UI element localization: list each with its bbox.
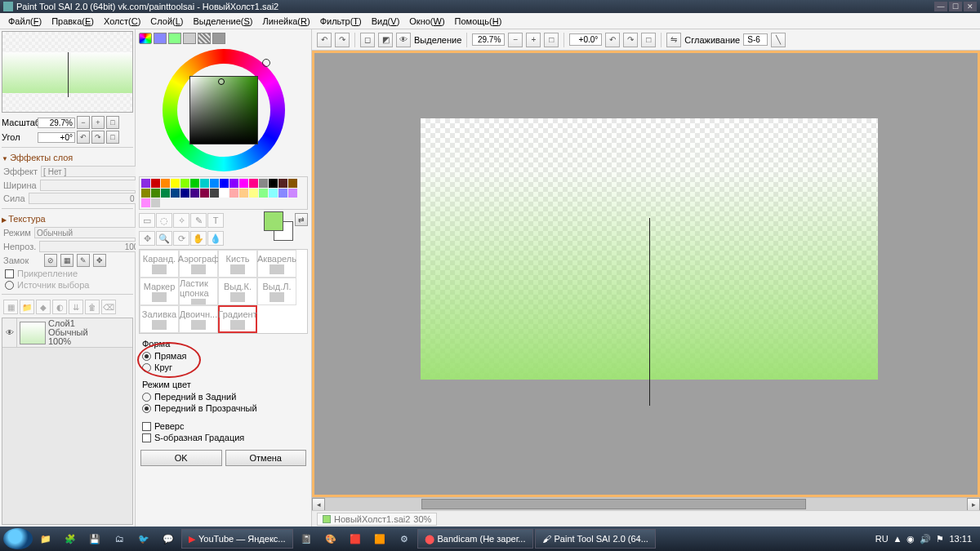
swatch[interactable] <box>269 189 278 198</box>
swatch[interactable] <box>249 179 258 188</box>
tb-zoom-fit-icon[interactable]: □ <box>544 33 559 47</box>
pin-icon-8[interactable]: 🟥 <box>344 529 367 549</box>
mask-icon[interactable]: ◐ <box>52 300 67 314</box>
rotate-tool-icon[interactable]: ⟳ <box>173 231 189 246</box>
lasso-icon[interactable]: ◌ <box>156 213 172 228</box>
swatch[interactable] <box>141 189 150 198</box>
swatch[interactable] <box>151 189 160 198</box>
swatch[interactable] <box>220 179 229 188</box>
lang-indicator[interactable]: RU <box>875 534 889 544</box>
rotate-cw-button[interactable]: ↷ <box>91 131 105 144</box>
rotate-ccw-button[interactable]: ↶ <box>77 131 90 144</box>
tb-zoom-in-icon[interactable]: + <box>526 33 541 47</box>
start-button[interactable] <box>3 528 33 549</box>
zoom-out-button[interactable]: − <box>77 116 90 129</box>
eyedropper-icon[interactable]: 💧 <box>207 231 224 246</box>
mode-ft-radio[interactable]: Передний в Прозрачный <box>142 402 305 414</box>
brush-10[interactable]: Градиент <box>218 305 257 333</box>
rect-select-icon[interactable]: ▭ <box>139 213 155 228</box>
taskbar-app-0[interactable]: ▶YouTube — Яндекс... <box>181 529 293 549</box>
menu-холстc[interactable]: Холст(C) <box>104 16 140 26</box>
brush-9[interactable]: Двоичн... <box>179 305 218 333</box>
canvas[interactable] <box>421 118 878 380</box>
swatch[interactable] <box>210 189 219 198</box>
tb-zoom-out-icon[interactable]: − <box>508 33 523 47</box>
hue-indicator-icon[interactable] <box>262 59 270 67</box>
tray-network-icon[interactable]: ◉ <box>906 534 915 544</box>
undo-icon[interactable]: ↶ <box>317 33 332 47</box>
blend-mode-select[interactable] <box>34 227 143 238</box>
shape-circle-radio[interactable]: Круг <box>142 362 305 373</box>
sv-indicator-icon[interactable] <box>218 78 225 85</box>
fg-color-swatch[interactable] <box>264 211 283 231</box>
document-tab[interactable]: НовыйХолст1.sai2 30% <box>317 513 437 526</box>
swatch[interactable] <box>288 179 297 188</box>
new-folder-icon[interactable]: 📁 <box>20 300 34 314</box>
angle-value[interactable]: +0° <box>38 132 75 143</box>
gray-tab-icon[interactable] <box>183 33 196 44</box>
brush-7[interactable]: Выд.Л. <box>257 278 296 305</box>
brush-8[interactable]: Заливка <box>140 305 179 333</box>
swatch[interactable] <box>161 189 170 198</box>
deselect-icon[interactable]: ◻ <box>360 33 375 47</box>
rotate-reset-button[interactable]: □ <box>106 131 119 144</box>
effect-select[interactable] <box>41 166 149 177</box>
reverse-checkbox[interactable]: Реверс <box>142 420 305 432</box>
hand-tool-icon[interactable]: ✋ <box>190 231 207 246</box>
brush-0[interactable]: Каранд. <box>140 250 179 278</box>
ok-button[interactable]: OK <box>140 450 222 466</box>
menu-окноw[interactable]: Окно(W) <box>409 16 444 26</box>
taskbar-app-1[interactable]: ⬤Bandicam (Не зарег... <box>417 529 533 549</box>
clock[interactable]: 13:11 <box>949 534 972 544</box>
menu-линейкаr[interactable]: Линейка(R) <box>263 16 310 26</box>
shape-line-radio[interactable]: Прямая <box>142 350 305 362</box>
brush-6[interactable]: Выд.К. <box>218 278 257 305</box>
scale-value[interactable]: 29.7% <box>38 118 75 128</box>
pin-icon-9[interactable]: 🟧 <box>368 529 391 549</box>
wand-icon[interactable]: ✧ <box>173 213 189 228</box>
menu-видv[interactable]: Вид(V) <box>372 16 400 26</box>
pin-icon-1[interactable]: 🧩 <box>59 529 82 549</box>
swap-colors-icon[interactable]: ⇄ <box>295 213 308 226</box>
swatch[interactable] <box>151 179 160 188</box>
swatch[interactable] <box>171 189 180 198</box>
color-wheel[interactable] <box>137 46 310 175</box>
invert-sel-icon[interactable]: ◩ <box>378 33 393 47</box>
zoom-tool-icon[interactable]: 🔍 <box>156 231 172 246</box>
tray-action-icon[interactable]: ⚑ <box>936 534 944 544</box>
swatch[interactable] <box>239 189 248 198</box>
visibility-icon[interactable]: 👁 <box>2 318 17 348</box>
zoom-in-button[interactable]: + <box>91 116 105 129</box>
viewport[interactable] <box>312 51 980 497</box>
swatch[interactable] <box>161 179 170 188</box>
pin-icon-4[interactable]: 🐦 <box>132 529 155 549</box>
navigator-preview[interactable] <box>2 31 133 113</box>
brush-4[interactable]: Маркер <box>140 278 179 305</box>
swatch[interactable] <box>220 189 229 198</box>
explorer-icon[interactable]: 📁 <box>34 529 57 549</box>
layer-row[interactable]: 👁 Слой1 Обычный 100% <box>2 318 132 348</box>
menu-слойl[interactable]: Слой(L) <box>150 16 183 26</box>
clear-layer-icon[interactable]: ⌫ <box>101 300 116 314</box>
swatch[interactable] <box>259 189 268 198</box>
sv-square[interactable] <box>189 76 258 144</box>
new-layer-icon[interactable]: ▦ <box>3 300 18 314</box>
zoom-reset-button[interactable]: □ <box>106 116 119 129</box>
swatch[interactable] <box>180 189 189 198</box>
merge-down-icon[interactable]: ⇊ <box>69 300 83 314</box>
swatch[interactable] <box>171 179 180 188</box>
scroll-right-icon[interactable]: ▸ <box>967 498 980 511</box>
brush-1[interactable]: Аэрограф <box>179 250 218 278</box>
flip-h-icon[interactable]: ⇋ <box>666 33 681 47</box>
swatch[interactable] <box>210 179 219 188</box>
menu-фильтрt[interactable]: Фильтр(T) <box>320 16 362 26</box>
maximize-button[interactable]: ☐ <box>949 2 962 11</box>
lock-all-icon[interactable]: ✥ <box>93 254 106 267</box>
pin-icon-2[interactable]: 💾 <box>83 529 106 549</box>
swatch[interactable] <box>259 179 268 188</box>
angle-value-tb[interactable]: +0.0° <box>569 33 602 46</box>
tb-rotate-cw-icon[interactable]: ↷ <box>623 33 638 47</box>
swatch[interactable] <box>288 189 297 198</box>
lock-pixels-icon[interactable]: ▦ <box>60 254 74 267</box>
tray-flag-icon[interactable]: ▲ <box>893 534 902 544</box>
